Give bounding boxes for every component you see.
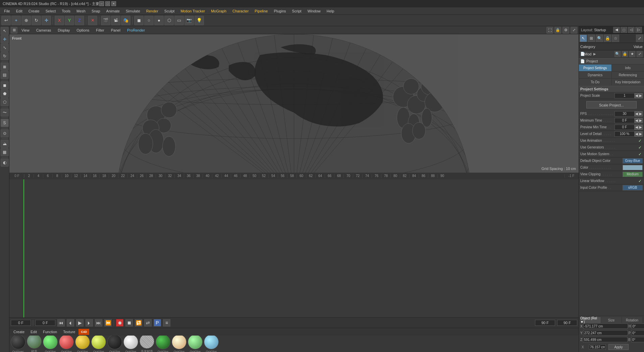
rp-btn-4[interactable]: ▷ xyxy=(635,27,642,33)
linear-workflow-check[interactable]: ✓ xyxy=(637,178,643,184)
use-motion-system-check[interactable]: ✓ xyxy=(637,151,643,157)
menu-simulate[interactable]: Simulate xyxy=(123,8,143,14)
view-clipping-value[interactable]: Medium xyxy=(623,172,643,177)
min-time-inc[interactable]: ▶ xyxy=(639,118,643,123)
material-octglos-8[interactable]: OctGlos xyxy=(172,336,186,352)
tool-light[interactable]: 💡 xyxy=(195,16,204,25)
lod-value[interactable]: 100 % xyxy=(614,131,635,137)
menu-sculpt[interactable]: Sculpt xyxy=(162,8,177,14)
vp-tab-display[interactable]: Display xyxy=(55,28,72,33)
tab-to-do[interactable]: To Do xyxy=(579,79,612,85)
vp-settings[interactable]: ⚙ xyxy=(562,27,569,34)
ri-select[interactable]: ↖ xyxy=(580,35,587,42)
rotate-button[interactable]: ↻ xyxy=(32,16,41,25)
vp-tab-options[interactable]: Options xyxy=(74,28,92,33)
vp-tab-panel[interactable]: Panel xyxy=(108,28,123,33)
mat-tab-create[interactable]: Create xyxy=(11,329,27,335)
delete-button[interactable]: ✕ xyxy=(88,16,97,25)
range-end-input[interactable] xyxy=(535,320,555,326)
lod-inc[interactable]: ▶ xyxy=(639,131,643,137)
material-octglos-6[interactable]: OctGlos xyxy=(123,336,138,352)
fps-dec[interactable]: ◀ xyxy=(635,111,639,117)
material-octglos-2[interactable]: OctGlos xyxy=(59,336,74,352)
menu-mesh[interactable]: Mesh xyxy=(74,8,88,14)
rp-btn-2[interactable]: □ xyxy=(621,27,627,33)
tool-deformer[interactable]: ⬠ xyxy=(1,98,9,106)
sor-object[interactable]: Object (Rel ▼) xyxy=(580,317,601,323)
color-swatch[interactable] xyxy=(623,165,643,170)
current-frame-input[interactable] xyxy=(11,320,31,326)
pos-y-input[interactable] xyxy=(583,330,628,336)
sor-rotation[interactable]: Rotation xyxy=(622,317,643,323)
ri-bookmark[interactable]: ☆ xyxy=(612,35,619,42)
preview-min-time-value[interactable]: 0 F xyxy=(614,125,635,130)
tool-camera[interactable]: 📷 xyxy=(184,16,194,25)
tool-nurbs[interactable]: ⬟ xyxy=(1,90,9,98)
pos-z-input[interactable] xyxy=(583,337,628,342)
menu-animate[interactable]: Animate xyxy=(104,8,122,14)
vp-tab-filter[interactable]: Filter xyxy=(93,28,107,33)
tool-rotate[interactable]: ↻ xyxy=(1,52,9,60)
pos-p-input[interactable] xyxy=(631,330,644,336)
vp-icon-btn[interactable]: ⊞ xyxy=(11,27,17,34)
vp-expand[interactable]: ⤢ xyxy=(571,27,577,34)
tc-sync[interactable]: ⇄ xyxy=(144,319,152,326)
material-octglos-3[interactable]: OctGlos xyxy=(75,336,90,352)
menu-create[interactable]: Create xyxy=(26,8,42,14)
close-button[interactable]: ✕ xyxy=(111,1,116,6)
vp-lock[interactable]: 🔒 xyxy=(554,27,561,34)
menu-tools[interactable]: Tools xyxy=(59,8,73,14)
mod-search[interactable]: 🔍 xyxy=(614,51,621,57)
vp-tab-view[interactable]: View xyxy=(19,28,32,33)
tool-terrain[interactable]: ⛰ xyxy=(1,140,9,148)
menu-motion-tracker[interactable]: Motion Tracker xyxy=(178,8,208,14)
menu-snap[interactable]: Snap xyxy=(89,8,103,14)
render-active[interactable]: 🎭 xyxy=(121,16,130,25)
mod-star[interactable]: ★ xyxy=(629,51,635,57)
tool-layers[interactable]: ▤ xyxy=(1,71,9,79)
menu-window[interactable]: Window xyxy=(305,8,323,14)
apply-button[interactable]: Apply xyxy=(608,344,629,350)
prev-min-inc[interactable]: ▶ xyxy=(639,125,643,130)
min-time-dec[interactable]: ◀ xyxy=(635,118,639,123)
vp-tab-cameras[interactable]: Cameras xyxy=(34,28,54,33)
menu-character[interactable]: Character xyxy=(230,8,251,14)
tool-grid2[interactable]: ▦ xyxy=(1,148,9,156)
lod-dec[interactable]: ◀ xyxy=(635,131,639,137)
input-color-profile-value[interactable]: sRGB xyxy=(623,185,643,190)
pos-x-input[interactable] xyxy=(583,323,628,329)
fps-inc[interactable]: ▶ xyxy=(639,111,643,117)
viewport-3d[interactable]: Front xyxy=(9,34,579,173)
y-axis-btn[interactable]: Y xyxy=(65,16,74,25)
timeline-prev-frame[interactable]: ⏴ xyxy=(67,319,74,326)
menu-plugins[interactable]: Plugins xyxy=(271,8,288,14)
material-octglos-5[interactable]: OctGlos xyxy=(107,336,122,352)
timeline-to-end[interactable]: ⏭ xyxy=(95,319,102,326)
x-axis-btn[interactable]: X xyxy=(55,16,64,25)
z-axis-btn[interactable]: Z xyxy=(75,16,84,25)
mat-tab-texture[interactable]: Texture xyxy=(60,329,78,335)
tool-move[interactable]: ✛ xyxy=(1,35,9,43)
tab-key-interpolation[interactable]: Key Interpolation xyxy=(612,79,644,85)
tab-info[interactable]: Info xyxy=(612,64,644,71)
tool-solid[interactable]: ◼ xyxy=(1,81,9,89)
material-fur[interactable]: 毛发材质 xyxy=(140,336,154,352)
pos-h-input[interactable] xyxy=(632,323,644,329)
use-generators-check[interactable]: ✓ xyxy=(637,145,643,150)
tool-select[interactable]: ↖ xyxy=(1,27,9,35)
material-octglos-4[interactable]: OctGlos xyxy=(91,336,106,352)
material-octglos-1[interactable]: OctGlos xyxy=(43,336,58,352)
minimize-button[interactable]: ─ xyxy=(99,1,104,6)
add-button[interactable]: + xyxy=(11,16,21,25)
project-scale-value[interactable]: 1 xyxy=(614,93,635,98)
tool-sphere[interactable]: ○ xyxy=(144,16,154,25)
mat-tab-function[interactable]: Function xyxy=(40,329,60,335)
material-octglos-9[interactable]: OctGlos xyxy=(188,336,203,352)
undo-button[interactable]: ↩ xyxy=(1,16,11,25)
sor-size[interactable]: Size xyxy=(601,317,622,323)
ri-search[interactable]: 🔍 xyxy=(596,35,603,42)
tool-sphere2[interactable]: ● xyxy=(154,16,164,25)
tc-mode[interactable]: ≡ xyxy=(163,319,170,326)
menu-edit[interactable]: Edit xyxy=(13,8,25,14)
tool-cube[interactable]: ◼ xyxy=(134,16,144,25)
